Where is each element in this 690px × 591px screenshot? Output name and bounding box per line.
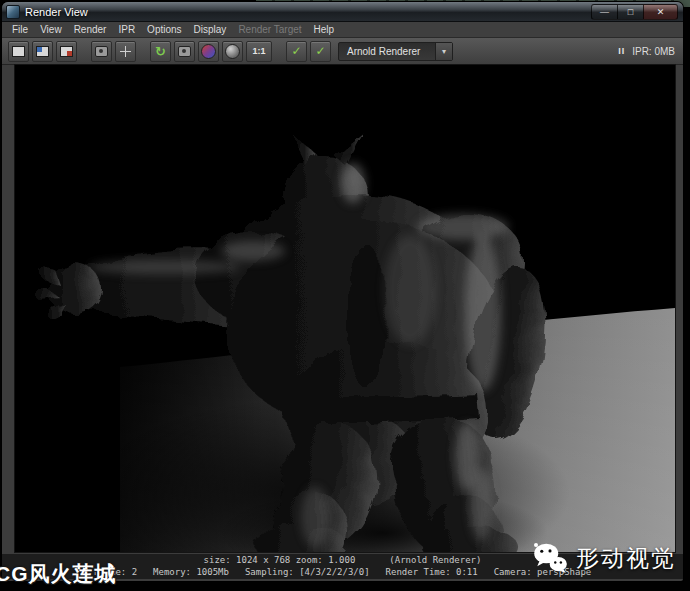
wechat-icon xyxy=(532,541,568,575)
window-controls: — □ ✕ xyxy=(591,4,678,20)
menu-bar: File View Render IPR Options Display Ren… xyxy=(2,22,683,38)
save-image-icon[interactable] xyxy=(8,41,29,62)
status-renderer: (Arnold Renderer) xyxy=(389,554,481,566)
status-size-zoom: size: 1024 x 768 zoom: 1.000 xyxy=(204,554,356,566)
status-render-time: Render Time: 0:11 xyxy=(386,566,478,578)
render-region-icon[interactable] xyxy=(115,41,136,62)
title-bar[interactable]: Render View — □ ✕ xyxy=(2,2,683,22)
maximize-button[interactable]: □ xyxy=(617,4,643,20)
rendered-image xyxy=(15,65,675,552)
open-render-settings-icon[interactable] xyxy=(91,41,112,62)
chevron-down-icon[interactable]: ▾ xyxy=(435,43,452,60)
watermark-bottom-left: CG风火莲城 xyxy=(0,560,117,588)
refresh-icon[interactable]: ↻ xyxy=(150,41,171,62)
minimize-button[interactable]: — xyxy=(591,4,617,20)
ipr-memory-status: IPR: 0MB xyxy=(632,46,675,57)
zoom-one-to-one-icon[interactable]: 1:1 xyxy=(246,41,272,62)
pause-ipr-icon[interactable]: II xyxy=(618,46,625,56)
menu-file[interactable]: File xyxy=(6,24,34,35)
renderer-dropdown[interactable]: Arnold Renderer ▾ xyxy=(338,42,453,61)
watermark-bottom-right: 形动视觉 xyxy=(532,541,676,575)
menu-options[interactable]: Options xyxy=(141,24,187,35)
window-title: Render View xyxy=(25,6,88,18)
status-memory: Memory: 1005Mb xyxy=(153,566,229,578)
screenshot-root: { "window": { "title": "Render View", "c… xyxy=(0,0,690,591)
menu-view[interactable]: View xyxy=(34,24,68,35)
status-sampling: Sampling: [4/3/2/2/3/0] xyxy=(245,566,370,578)
toolbar: ↻ 1:1 ✓ ✓ Arnold Renderer ▾ II IPR: 0MB xyxy=(2,38,683,65)
region-toggle-icon[interactable]: ✓ xyxy=(310,41,331,62)
menu-help[interactable]: Help xyxy=(308,24,341,35)
menu-render[interactable]: Render xyxy=(68,24,113,35)
render-view-app-icon xyxy=(6,5,20,19)
remove-image-icon[interactable] xyxy=(56,41,77,62)
renderer-dropdown-value: Arnold Renderer xyxy=(339,46,435,57)
toolbar-right: II IPR: 0MB xyxy=(618,46,677,57)
close-button[interactable]: ✕ xyxy=(643,4,678,20)
menu-render-target: Render Target xyxy=(232,24,307,35)
menu-ipr[interactable]: IPR xyxy=(112,24,141,35)
snapshot-icon[interactable] xyxy=(174,41,195,62)
rgb-channels-icon[interactable] xyxy=(198,41,219,62)
render-viewport[interactable] xyxy=(14,64,676,553)
render-view-window: Render View — □ ✕ File View Render IPR O… xyxy=(2,2,683,581)
keep-image-icon[interactable] xyxy=(32,41,53,62)
alpha-channel-icon[interactable] xyxy=(222,41,243,62)
menu-display[interactable]: Display xyxy=(188,24,233,35)
watermark-brand-text: 形动视觉 xyxy=(576,543,676,574)
ipr-toggle-icon[interactable]: ✓ xyxy=(286,41,307,62)
